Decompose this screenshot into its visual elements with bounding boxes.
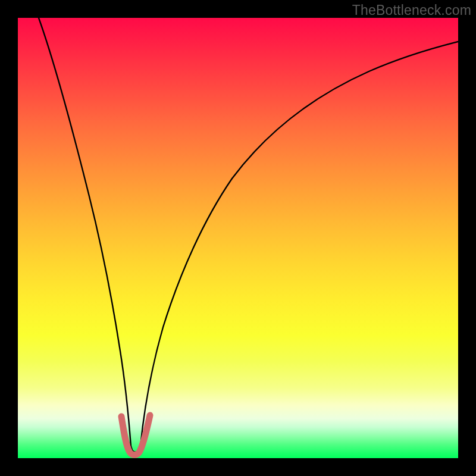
curve-layer bbox=[18, 18, 458, 458]
main-curve bbox=[39, 18, 458, 452]
plot-area bbox=[18, 18, 458, 458]
chart-frame: TheBottleneck.com bbox=[0, 0, 476, 476]
highlight-curve bbox=[121, 415, 150, 455]
watermark-text: TheBottleneck.com bbox=[352, 2, 471, 18]
